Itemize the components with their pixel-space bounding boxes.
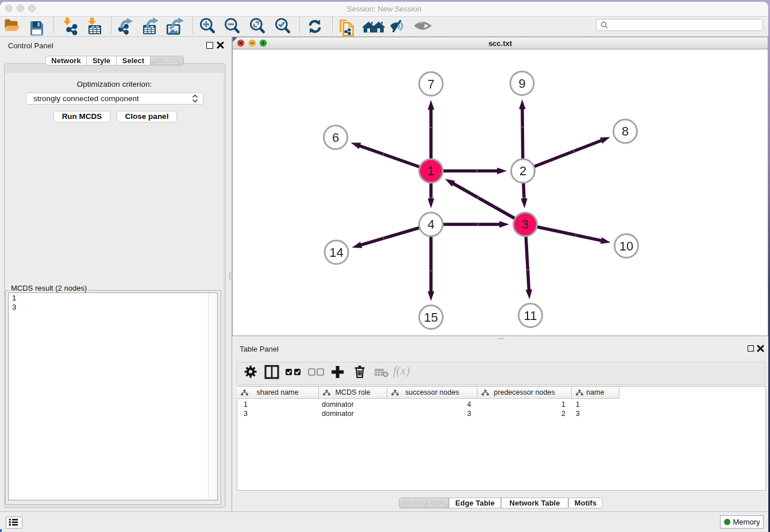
svg-text:14: 14 xyxy=(329,245,343,260)
svg-text:3: 3 xyxy=(522,217,529,232)
svg-text:1: 1 xyxy=(428,164,434,178)
svg-text:6: 6 xyxy=(332,130,339,145)
svg-text:10: 10 xyxy=(619,239,633,253)
svg-text:8: 8 xyxy=(622,124,629,138)
svg-text:2: 2 xyxy=(519,164,526,178)
svg-text:15: 15 xyxy=(424,310,438,325)
svg-text:11: 11 xyxy=(524,309,537,323)
svg-text:9: 9 xyxy=(518,76,525,91)
svg-text:4: 4 xyxy=(428,217,434,232)
svg-text:7: 7 xyxy=(428,77,434,91)
